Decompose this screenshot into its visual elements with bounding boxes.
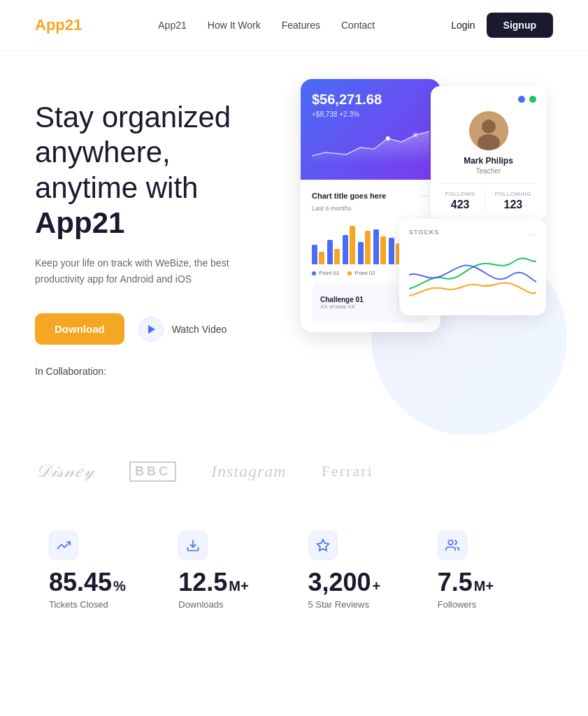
stat-number-1: 85.45: [49, 570, 112, 595]
download-icon: [186, 538, 200, 552]
bar-item: [312, 245, 317, 264]
profile-header: [440, 96, 536, 103]
bar-item: [389, 238, 394, 264]
stat-desc-1: Tickets Closed: [49, 599, 150, 610]
logo-prefix: App: [35, 16, 65, 34]
login-button[interactable]: Login: [451, 20, 475, 31]
disney-logo: 𝒟𝒾𝓈𝓃𝑒𝓎: [35, 461, 94, 482]
dot-blue: [518, 96, 525, 103]
following-value: 123: [495, 199, 532, 211]
legend-2: Point 02: [354, 270, 375, 276]
nav-app21[interactable]: App21: [158, 20, 186, 31]
nav-contact[interactable]: Contact: [341, 20, 375, 31]
profile-divider: [440, 183, 536, 184]
stat-unit-2: M+: [229, 578, 248, 594]
chart-title: Chart title goes here: [312, 192, 386, 200]
stat-unit-3: +: [373, 578, 381, 594]
stat-followers: 7.5 M+ Followers: [424, 524, 553, 617]
stat-desc-4: Followers: [438, 599, 539, 610]
stat-reviews: 3,200 + 5 Star Reviews: [294, 524, 424, 617]
dot-green: [529, 96, 536, 103]
stat-icon-box-1: [49, 531, 78, 560]
logo[interactable]: App21: [35, 16, 82, 34]
stat-desc-3: 5 Star Reviews: [308, 599, 410, 610]
svg-point-6: [482, 120, 496, 134]
stat-unit-1: %: [113, 578, 126, 594]
profile-stats: FOLLOWS 423 FOLLOWING 123: [440, 191, 536, 211]
mini-chart: [312, 128, 429, 163]
collab-label: In Collaboration:: [35, 366, 287, 377]
hero-text: Stay organized anywhere, anytime with Ap…: [35, 79, 287, 415]
stat-icon-box-4: [438, 531, 467, 560]
ferrari-logo: Ferrari: [322, 462, 373, 480]
chart-period: Last 6 months: [312, 205, 429, 212]
chart-more-icon[interactable]: ···: [420, 189, 429, 202]
stocks-card: STOCKS ···: [399, 219, 546, 315]
bar-item: [334, 249, 340, 264]
stat-desc-2: Downloads: [178, 599, 280, 610]
watch-label: Watch Video: [172, 324, 227, 335]
bar-item: [319, 252, 324, 264]
stats-section: 85.45 % Tickets Closed 12.5 M+ Downloads…: [0, 489, 588, 645]
play-icon: [148, 325, 155, 334]
nav-links: App21 How It Work Features Contact: [158, 19, 375, 31]
stat-number-4: 7.5: [438, 570, 473, 595]
watch-video-button[interactable]: Watch Video: [138, 317, 227, 342]
stat-number-2: 12.5: [178, 570, 227, 595]
svg-point-7: [478, 134, 500, 150]
profile-card: Mark Philips Teacher FOLLOWS 423 FOLLOWI…: [431, 86, 546, 221]
hero-title-line2: anywhere,: [35, 136, 171, 169]
profile-name: Mark Philips: [440, 156, 536, 166]
profile-role: Teacher: [440, 167, 536, 175]
chart-header: $56,271.68 +$8,738 +2.3%: [301, 79, 440, 180]
bar-item: [380, 236, 386, 264]
partners-section: 𝒟𝒾𝓈𝓃𝑒𝓎 BBC Instagram Ferrari: [0, 429, 588, 489]
avatar: [469, 111, 508, 150]
hero-subtitle: Keep your life on track with WeBize, the…: [35, 255, 245, 289]
hero-title-line3: anytime with: [35, 171, 198, 204]
svg-point-1: [413, 133, 417, 137]
stocks-label: STOCKS: [409, 229, 439, 240]
follows-value: 423: [445, 199, 475, 211]
svg-point-0: [386, 136, 390, 141]
follows-label: FOLLOWS: [445, 191, 475, 197]
following-stat: FOLLOWING 123: [495, 191, 532, 211]
stat-number-3: 3,200: [308, 570, 371, 595]
bbc-logo: BBC: [129, 461, 176, 482]
navbar: App21 App21 How It Work Features Contact…: [0, 0, 588, 51]
hero-visuals: $56,271.68 +$8,738 +2.3%: [287, 79, 553, 415]
signup-button[interactable]: Signup: [487, 13, 553, 38]
bar-item: [373, 229, 379, 264]
download-button[interactable]: Download: [35, 313, 124, 345]
star-icon: [316, 538, 330, 552]
svg-marker-9: [317, 540, 329, 551]
hero-title-line1: Stay organized: [35, 101, 231, 134]
stat-downloads: 12.5 M+ Downloads: [164, 524, 294, 617]
stat-icon-box-2: [178, 531, 208, 560]
following-label: FOLLOWING: [495, 191, 532, 197]
hero-title-brand: App21: [35, 206, 124, 239]
stat-divider: [485, 191, 485, 211]
legend-1: Point 01: [319, 270, 339, 276]
stat-unit-4: M+: [474, 578, 494, 594]
hero-title: Stay organized anywhere, anytime with Ap…: [35, 100, 287, 241]
trending-icon: [57, 538, 71, 552]
stat-icon-box-3: [308, 531, 338, 560]
nav-actions: Login Signup: [451, 13, 553, 38]
chart-amount: $56,271.68: [312, 92, 429, 108]
stocks-chart: [409, 247, 536, 306]
bar-item: [358, 242, 364, 264]
users-icon: [445, 538, 459, 552]
follows-stat: FOLLOWS 423: [445, 191, 475, 211]
svg-point-10: [448, 540, 453, 545]
challenge-sub: XX of total XX: [320, 303, 364, 310]
nav-how-it-work[interactable]: How It Work: [208, 20, 261, 31]
bar-item: [365, 231, 371, 264]
stocks-more-icon[interactable]: ···: [528, 229, 536, 240]
partners-logos: 𝒟𝒾𝓈𝓃𝑒𝓎 BBC Instagram Ferrari: [35, 461, 553, 482]
play-circle: [138, 317, 164, 342]
chart-change: +$8,738 +2.3%: [312, 110, 429, 118]
logo-suffix: 21: [65, 16, 82, 34]
nav-features[interactable]: Features: [282, 20, 320, 31]
bar-item: [350, 226, 355, 264]
